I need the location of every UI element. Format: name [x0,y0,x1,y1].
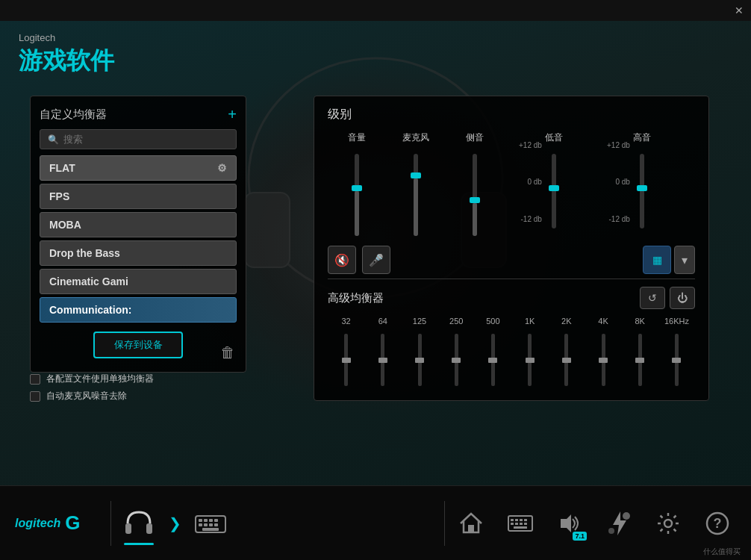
freq-4k: 4K [585,317,621,326]
eq-preset-item-4[interactable]: Cinematic Gami [40,269,237,294]
svg-rect-10 [199,523,202,526]
device-keyboard[interactable] [190,503,231,544]
eq-freq-labels: 32 64 125 250 500 1K 2K 4K 8K 16KHz [328,317,695,326]
freq-8k: 8K [622,317,658,326]
eq-track-4k [602,334,605,386]
eq-track-64 [381,334,384,386]
separator-2 [444,501,445,546]
svg-rect-25 [514,526,527,529]
checkbox-mic-noise[interactable] [30,391,40,402]
reset-icon: ↺ [648,292,657,304]
eq-preset-item-3[interactable]: Drop the Bass [40,240,237,266]
eq-preset-item-1[interactable]: FPS [40,184,237,209]
device-headset[interactable] [119,503,160,544]
bass-slider-container [545,150,563,232]
freq-2k: 2K [548,317,585,326]
eq-thumb-4k[interactable] [599,358,608,363]
advanced-eq-section: 高级均衡器 ↺ ⏻ 32 64 125 250 500 1K 2K [328,279,695,390]
bottom-nav-right: 7.1 ? 什么值得买 [452,505,736,542]
mic-mute-button[interactable]: 🎤 [362,246,390,274]
eq-reset-button[interactable]: ↺ [640,287,665,309]
volume-slider-container [328,150,387,240]
freq-64: 64 [364,317,401,326]
eq-thumb-250[interactable] [452,358,461,363]
svg-point-28 [608,528,614,534]
eq-slider-8k [622,330,658,390]
svg-rect-9 [214,519,218,522]
eq-power-button[interactable]: ⏻ [670,287,695,309]
nav-keyboard-button[interactable] [502,505,539,542]
mic-track [414,154,418,236]
treble-slider-container [633,150,651,232]
freq-1k: 1K [511,317,548,326]
eq-thumb-16k[interactable] [672,358,681,363]
eq-slider-500 [475,330,511,390]
eq-thumb-8k[interactable] [635,358,644,363]
eq-slider-250 [438,330,475,390]
eq-sliders-row [328,330,695,390]
svg-rect-4 [146,523,152,534]
treble-db-low: -12 db [609,215,630,223]
home-icon [458,510,484,537]
levels-title: 级别 [328,107,695,122]
eq-grid-button[interactable]: ▦ [643,246,671,274]
bass-label: 低音 [545,131,563,144]
save-to-device-button[interactable]: 保存到设备 [93,332,183,358]
eq-preset-item-2[interactable]: MOBA [40,212,237,237]
nav-71-button[interactable]: 7.1 [551,505,588,542]
svg-rect-7 [204,519,208,522]
svg-rect-12 [209,523,213,526]
bass-thumb[interactable] [549,185,559,191]
eq-thumb-1k[interactable] [526,358,535,363]
nav-lightning-button[interactable] [600,505,638,542]
volume-thumb[interactable] [352,185,362,191]
eq-thumb-32[interactable] [342,358,351,363]
freq-125: 125 [401,317,437,326]
sidetone-col: 侧音 [445,131,504,240]
nav-settings-button[interactable] [649,505,687,542]
eq-track-16k [675,334,679,386]
treble-col: +12 db 0 db -12 db 高音 [607,131,695,232]
main-background: Logitech 游戏软件 自定义均衡器 + 🔍 FLAT⚙FPSMOBADro… [0,21,751,485]
eq-track-32 [344,334,348,386]
logo-text: logitech [15,517,60,530]
treble-track [640,154,644,228]
eq-thumb-125[interactable] [415,358,424,363]
eq-thumb-2k[interactable] [562,358,571,363]
svg-rect-1 [245,193,290,267]
level-controls-row: 🔇 🎤 ▦ ▾ [328,246,695,274]
eq-track-500 [491,334,495,386]
checkboxes-section: 各配置文件使用单独均衡器 自动麦克风噪音去除 [30,373,154,407]
checkbox-per-profile[interactable] [30,374,40,385]
eq-chevron-button[interactable]: ▾ [674,246,695,274]
treble-thumb[interactable] [637,185,647,191]
add-preset-button[interactable]: + [228,107,237,122]
right-panel: 级别 音量 麦克风 [314,96,709,401]
chevron-down-icon: ▾ [682,253,688,267]
svg-rect-11 [204,523,208,526]
nav-help-button[interactable]: ? [699,505,736,542]
svg-rect-15 [468,525,474,532]
close-button[interactable]: ✕ [735,4,744,16]
levels-row: 音量 麦克风 侧音 [328,131,695,240]
search-input[interactable] [63,134,228,145]
advanced-eq-title: 高级均衡器 [328,291,384,305]
nav-home-button[interactable] [452,505,490,542]
eq-preset-item-5[interactable]: Communication: [40,297,237,323]
freq-500: 500 [475,317,511,326]
eq-slider-64 [364,330,401,390]
bass-db-low: -12 db [521,215,542,223]
delete-icon[interactable]: 🗑 [220,344,235,361]
sidetone-track [473,154,477,236]
sidetone-thumb[interactable] [470,197,480,203]
eq-preset-item-0[interactable]: FLAT⚙ [40,155,237,181]
mute-button[interactable]: 🔇 [328,246,356,274]
checkbox-per-profile-label: 各配置文件使用单独均衡器 [46,373,154,385]
eq-thumb-64[interactable] [378,358,387,363]
eq-thumb-500[interactable] [488,358,497,363]
svg-rect-17 [511,519,514,521]
eq-track-1k [528,334,532,386]
mic-thumb[interactable] [411,172,421,178]
svg-text:?: ? [714,516,722,531]
treble-label: 高音 [633,131,651,144]
